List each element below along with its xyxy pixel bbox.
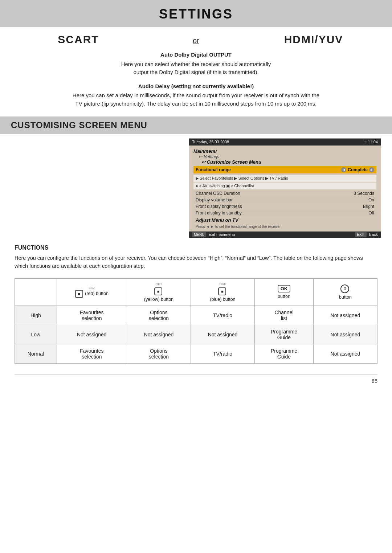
hdmi-label: HDMI/YUV <box>235 33 392 46</box>
blue-button-icon: ■ <box>218 287 226 295</box>
table-row: NormalFavourites selectionOptions select… <box>15 344 377 363</box>
table-cell: Not assigned <box>313 344 377 363</box>
sm-data-row: Front display brightnessBright <box>193 203 376 210</box>
page-header: SETTINGS <box>0 0 392 27</box>
sm-time: ⊙ 11:04 <box>363 140 378 144</box>
table-cell: Favourites selection <box>57 306 127 325</box>
th-ok: OK button <box>255 278 314 306</box>
sm-icon-row2: ● > AV switching ▣ > Channellist <box>193 183 376 189</box>
sm-top-bar: Tuesday, 25.03.2008 ⊙ 11:04 <box>189 139 381 146</box>
screen-menu-box: Tuesday, 25.03.2008 ⊙ 11:04 Mainmenu ↩ S… <box>189 138 381 238</box>
functions-section: FUNCTIONS Here you can configure the fun… <box>0 245 392 364</box>
table-cell: Not assigned <box>57 325 127 344</box>
table-row: HighFavourites selectionOptions selectio… <box>15 306 377 325</box>
table-cell: Not assigned <box>313 325 377 344</box>
table-row: LowNot assignedNot assignedNot assignedP… <box>15 325 377 344</box>
functions-title: FUNCTIONS <box>15 245 377 251</box>
page-number: 65 <box>371 378 377 384</box>
sm-body: Mainmenu ↩ Settings ↩ Customize Screen M… <box>189 146 381 232</box>
th-empty <box>15 278 57 306</box>
table-header-row: FAV ■ (red) button OPT ■ (yellow) button <box>15 278 377 306</box>
sm-hint: Press ◄ ► to set the functional range of… <box>193 224 376 229</box>
auto-dolby-section: Auto Dolby Digital OUTPUT Here you can s… <box>0 49 392 80</box>
auto-dolby-body: Here you can select whether the receiver… <box>22 60 370 77</box>
auto-dolby-title: Auto Dolby Digital OUTPUT <box>22 51 370 59</box>
sm-adjust: Adjust Menu on TV <box>193 216 376 224</box>
sm-data-row: Front display in standbyOff <box>193 210 376 216</box>
sm-data-rows: Channel OSD Duration3 SecondsDisplay vol… <box>193 190 376 216</box>
audio-delay-title: Audio Delay (setting not currently avail… <box>22 82 370 91</box>
table-cell: Options selection <box>127 344 191 363</box>
table-cell: Not assigned <box>191 325 254 344</box>
sm-bottom-bar: MENU Exit mainmenu EXIT Back <box>189 232 381 238</box>
sm-settings: ↩ Settings <box>199 154 376 159</box>
functions-desc: Here you can configure the functions on … <box>15 254 377 270</box>
functions-table-body: HighFavourites selectionOptions selectio… <box>15 306 377 363</box>
customising-title: CUSTOMISING SCREEN MENU <box>11 120 381 130</box>
sm-date: Tuesday, 25.03.2008 <box>192 140 229 144</box>
customising-header: CUSTOMISING SCREEN MENU <box>0 116 392 134</box>
table-cell: Channel list <box>255 306 314 325</box>
table-cell: Favourites selection <box>57 344 127 363</box>
th-yellow: OPT ■ (yellow) button <box>127 278 191 306</box>
row-label: Low <box>15 325 57 344</box>
table-cell: Programme Guide <box>255 325 314 344</box>
table-cell: Options selection <box>127 306 191 325</box>
table-cell: TV/radio <box>191 344 254 363</box>
scart-hdmi-row: SCART or HDMI/YUV <box>0 33 392 46</box>
page-title: SETTINGS <box>0 7 392 22</box>
ok-button-icon: OK <box>278 285 291 292</box>
sm-icon-row1: ▶ Select Favoritelists ▶ Select Options … <box>193 175 376 182</box>
functions-table: FAV ■ (red) button OPT ■ (yellow) button <box>15 278 377 364</box>
red-button-icon: ■ <box>75 290 83 298</box>
th-blue: TV/R ■ (blue) button <box>191 278 254 306</box>
sm-customize: ↩ Customize Screen Menu <box>201 159 376 165</box>
sm-functional-range: Functional range ◄ Complete ► <box>193 166 376 173</box>
sm-mainmenu: Mainmenu <box>193 148 376 154</box>
audio-delay-body: Here you can set a delay in milliseconds… <box>22 91 370 108</box>
sm-back: EXIT Back <box>355 232 378 237</box>
screen-menu-container: Tuesday, 25.03.2008 ⊙ 11:04 Mainmenu ↩ S… <box>0 138 392 238</box>
or-label: or <box>157 37 235 45</box>
th-red: FAV ■ (red) button <box>57 278 127 306</box>
scart-label: SCART <box>0 33 157 46</box>
zero-button-icon: 0 <box>340 284 349 293</box>
yellow-button-icon: ■ <box>154 287 162 295</box>
table-cell: Not assigned <box>313 306 377 325</box>
table-cell: Not assigned <box>127 325 191 344</box>
table-cell: TV/radio <box>191 306 254 325</box>
table-cell: Programme Guide <box>255 344 314 363</box>
row-label: Normal <box>15 344 57 363</box>
th-zero: 0 button <box>313 278 377 306</box>
page-footer: 65 <box>15 374 377 384</box>
row-label: High <box>15 306 57 325</box>
sm-data-row: Display volume barOn <box>193 197 376 203</box>
sm-data-row: Channel OSD Duration3 Seconds <box>193 190 376 197</box>
audio-delay-section: Audio Delay (setting not currently avail… <box>0 80 392 112</box>
sm-exit: MENU Exit mainmenu <box>192 232 235 237</box>
